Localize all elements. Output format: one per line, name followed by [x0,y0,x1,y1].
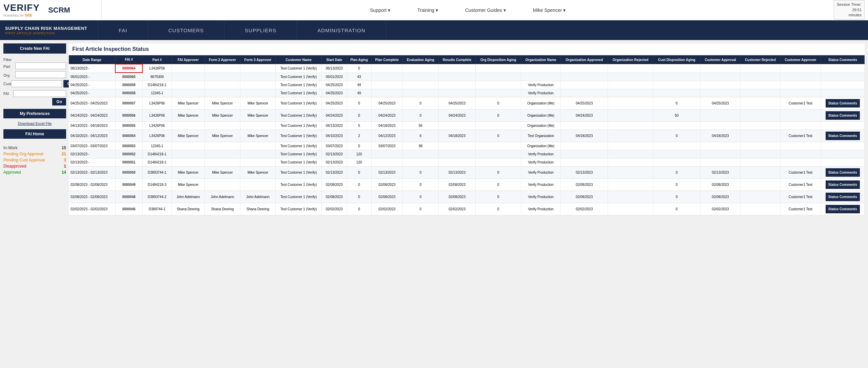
cell-date-range: 02/02/2023 - 02/02/2023 [69,203,115,215]
cell-fai-approver: Mike Spencer [172,167,204,179]
cell-plan-complete: 02/02/2023 [371,203,402,215]
cell-org-rejected [608,167,653,179]
cell-status-comments[interactable]: Status Comments [821,110,865,122]
cell-date-range: 02/08/2023 - 02/08/2023 [69,191,115,203]
customer-guides-link[interactable]: Customer Guides ▾ [465,7,506,13]
cell-fai-approver [172,150,204,158]
cell-form2-approver [205,122,240,130]
cell-org-rejected [608,89,653,97]
top-navigation: VERIFY POWERED BY IVIS SCRM Support ▾ Tr… [0,0,868,20]
status-comments-button[interactable]: Status Comments [826,168,860,177]
cell-start-date: 02/13/2023 [322,167,347,179]
cell-status-comments[interactable]: Status Comments [821,130,865,142]
cell-plan-complete [371,73,402,81]
nav-fai[interactable]: FAI [98,20,148,40]
cell-cust-approval: 02/13/2023 [700,167,741,179]
col-org-name: Organization Name [521,55,561,64]
cell-results-complete [438,73,475,81]
nav-administration[interactable]: ADMINISTRATION [297,20,386,40]
create-new-fai-button[interactable]: Create New FAI [3,43,66,54]
disapproved-label: Disapproved [3,164,26,169]
cell-fai-approver: Mike Spencer [172,130,204,142]
cell-cust-approval [700,81,741,89]
status-comments-button[interactable]: Status Comments [826,132,860,140]
cell-org-approved [561,89,608,97]
cell-plan-complete [371,150,402,158]
org-input[interactable] [15,71,66,78]
status-comments-button[interactable]: Status Comments [826,99,860,108]
cell-eval-aging [402,81,438,89]
user-menu-link[interactable]: Mike Spencer ▾ [533,7,566,13]
cell-org-rejected [608,64,653,73]
cell-cust-approval [700,122,741,130]
cell-org-approved [561,73,608,81]
status-comments-button[interactable]: Status Comments [826,193,860,201]
fai-home-button[interactable]: FAI Home [3,129,66,139]
cell-org-disp-aging: 0 [476,203,521,215]
cell-start-date: 04/13/2023 [322,122,347,130]
cell-status-comments[interactable]: Status Comments [821,167,865,179]
cell-org-approved [561,64,608,73]
cell-plan-complete: 02/08/2023 [371,191,402,203]
cell-form3-approver [240,89,276,97]
cell-cust-approval: 02/02/2023 [700,203,741,215]
cell-cust-approver [780,64,821,73]
cell-org-disp-aging [476,122,521,130]
cell-form3-approver [240,122,276,130]
cell-form2-approver: Mike Spencer [205,110,240,122]
cell-cust-name: Test Customer 1 (Verify) [276,179,322,191]
col-part-num: Part # [142,55,172,64]
nav-suppliers[interactable]: SUPPLIERS [224,20,297,40]
cell-fai-num: 0000056 [115,110,142,122]
training-link[interactable]: Training ▾ [417,7,438,13]
ivis-logo: IVIS [25,13,32,17]
status-comments-button[interactable]: Status Comments [826,180,860,189]
cell-cust-approver [780,89,821,97]
part-input[interactable] [15,62,66,69]
logo-block: VERIFY POWERED BY IVIS [3,2,40,18]
nav-customers[interactable]: CUSTOMERS [148,20,225,40]
cell-cust-name: Test Customer 1 (Verify) [276,167,322,179]
nav-right: Session Timer: 29:51 minutes [834,0,865,19]
fai-label: FAI [3,92,12,96]
fai-go-button[interactable]: Go [52,98,66,105]
cust-input[interactable] [11,80,62,87]
table-body: 06/13/2023 -0000064L3426P06Test Customer… [69,64,865,215]
cell-form3-approver [240,179,276,191]
status-comments-button[interactable]: Status Comments [826,205,860,213]
inwork-count: 15 [62,146,66,150]
cell-date-range: 04/25/2023 - 04/25/2023 [69,97,115,110]
top-nav-links: Support ▾ Training ▾ Customer Guides ▾ M… [102,7,834,13]
support-link[interactable]: Support ▾ [370,7,390,13]
cell-cust-name: Test Customer 1 (Verify) [276,81,322,89]
cell-results-complete: 02/08/2023 [438,179,475,191]
cell-plan-complete: 04/24/2023 [371,110,402,122]
cell-cust-disp-aging: 0 [653,130,700,142]
cell-cust-approver: Customer1 Test [780,130,821,142]
cell-org-approved: 02/02/2023 [561,203,608,215]
cell-org-name [521,73,561,81]
download-excel-button[interactable]: Download Excel File [3,120,66,127]
my-preferences-button[interactable]: My Preferences [3,109,66,118]
cell-part-num: D1484218-3 [142,179,172,191]
cell-status-comments[interactable]: Status Comments [821,191,865,203]
cell-plan-aging: 2 [347,130,371,142]
cell-start-date: 04/24/2023 [322,110,347,122]
fai-input[interactable] [13,90,66,97]
status-comments-button[interactable]: Status Comments [826,111,860,120]
cell-results-complete [438,89,475,97]
cell-start-date: 02/13/2023 [322,158,347,167]
verify-logo: VERIFY [3,2,40,13]
cell-cust-disp-aging: 0 [653,179,700,191]
table-row: 03/07/2023 - 03/07/2023000005312345-1Tes… [69,142,865,150]
col-cust-approver: Customer Approver [780,55,821,64]
cell-status-comments[interactable]: Status Comments [821,97,865,110]
cell-form2-approver [205,73,240,81]
cell-status-comments[interactable]: Status Comments [821,203,865,215]
cell-status-comments[interactable]: Status Comments [821,179,865,191]
cell-start-date: 03/07/2023 [322,142,347,150]
brand-sub: FIRST ARTICLE INSPECTION [5,32,93,35]
cell-plan-complete [371,158,402,167]
cell-cust-rejected [741,179,780,191]
approved-label: Approved [3,170,21,175]
